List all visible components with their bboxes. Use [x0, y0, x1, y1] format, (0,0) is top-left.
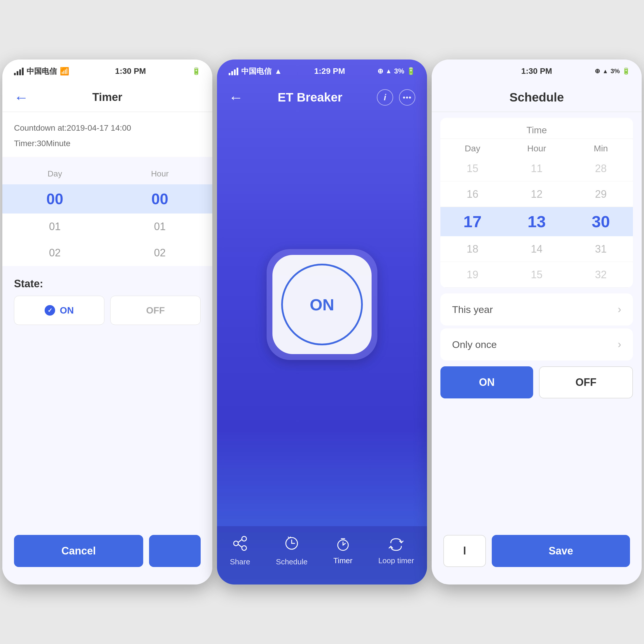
schedule-icon — [284, 536, 299, 554]
schedule-row-2: 17 13 30 — [440, 207, 633, 236]
tab-timer-label: Timer — [333, 556, 352, 565]
picker-cell-hour-2: 02 — [107, 240, 212, 266]
battery-pct-3: 3% — [610, 67, 620, 75]
picker-row-0: 00 00 — [2, 184, 212, 213]
only-once-arrow: › — [618, 338, 621, 351]
status-right-2: ⊕ ▲ 3% 🔋 — [377, 67, 415, 75]
state-off-button[interactable]: OFF — [110, 296, 201, 325]
header-actions: i ••• — [377, 89, 415, 106]
info-button[interactable]: i — [377, 89, 393, 106]
sched-min-4: 32 — [569, 262, 633, 287]
arrow-icon-2: ▲ — [386, 67, 392, 75]
schedule-on-button[interactable]: ON — [440, 366, 533, 398]
schedule-row-3: 18 14 31 — [440, 236, 633, 262]
page-title-2: ET Breaker — [278, 90, 342, 104]
back-button-2[interactable]: ← — [229, 89, 243, 106]
sched-min-3: 31 — [569, 236, 633, 262]
back-button-1[interactable]: ← — [14, 89, 29, 106]
sched-min-2: 30 — [569, 207, 633, 236]
schedule-picker-container[interactable]: Time Day Hour Min 15 11 28 16 12 29 17 1… — [440, 118, 633, 288]
status-bar-1: 中国电信 📶 1:30 PM 🔋 — [2, 59, 212, 83]
state-section: State: ✓ ON OFF — [2, 269, 212, 334]
schedule-row-1: 16 12 29 — [440, 181, 633, 207]
this-year-arrow: › — [618, 303, 621, 316]
schedule-bottom-buttons: l Save — [432, 535, 642, 567]
check-icon: ✓ — [45, 305, 55, 316]
tab-loop-label: Loop timer — [378, 556, 414, 565]
svg-point-1 — [234, 541, 238, 546]
state-on-button[interactable]: ✓ ON — [14, 296, 104, 325]
tab-loop[interactable]: Loop timer — [378, 537, 414, 565]
cancel-button-3[interactable]: l — [443, 535, 486, 567]
sched-hour-4: 15 — [505, 262, 569, 287]
sched-day-2: 17 — [440, 207, 505, 236]
picker-cell-day-2: 02 — [2, 240, 107, 266]
sched-min-0: 28 — [569, 156, 633, 181]
sched-day-1: 16 — [440, 181, 505, 207]
picker-row-1: 01 01 — [2, 213, 212, 240]
tab-share[interactable]: Share — [230, 536, 250, 566]
only-once-option[interactable]: Only once › — [440, 328, 633, 361]
tab-schedule-label: Schedule — [276, 557, 307, 566]
col-header-day: Day — [440, 143, 505, 153]
et-breaker-screen: 中国电信 ▲ 1:29 PM ⊕ ▲ 3% 🔋 ← ET Breaker i •… — [217, 59, 427, 585]
col-header-min: Min — [569, 143, 633, 153]
signal-icon — [14, 67, 24, 75]
breaker-main: ON — [217, 112, 427, 497]
page-title-3: Schedule — [510, 90, 564, 104]
time-1: 1:30 PM — [115, 67, 146, 76]
tab-share-label: Share — [230, 557, 250, 566]
time-2: 1:29 PM — [314, 67, 345, 76]
tab-schedule[interactable]: Schedule — [276, 536, 307, 566]
time-3: 1:30 PM — [521, 67, 552, 76]
svg-point-2 — [242, 546, 246, 550]
arrow-icon-3: ▲ — [602, 68, 608, 75]
this-year-option[interactable]: This year › — [440, 293, 633, 325]
time-picker[interactable]: 00 00 01 01 02 02 — [2, 184, 212, 266]
battery-icon-3: 🔋 — [622, 67, 630, 75]
countdown-info: Countdown at:2019-04-17 14:00 Timer:30Mi… — [2, 112, 212, 157]
col-header-hour: Hour — [505, 143, 569, 153]
tab-timer[interactable]: Timer — [333, 537, 352, 565]
app-wrapper: 中国电信 📶 1:30 PM 🔋 ← Timer Countdown at:20… — [0, 0, 644, 644]
carrier-1: 中国电信 — [27, 66, 57, 76]
status-bar-3: 1:30 PM ⊕ ▲ 3% 🔋 — [432, 59, 642, 83]
sched-hour-1: 12 — [505, 181, 569, 207]
picker-cell-hour-0: 00 — [107, 184, 212, 213]
svg-point-0 — [242, 536, 246, 541]
picker-col-headers: Day Hour Min — [440, 139, 633, 156]
sched-hour-0: 11 — [505, 156, 569, 181]
time-section-label: Time — [440, 118, 633, 139]
et-header: ← ET Breaker i ••• — [217, 83, 427, 112]
schedule-row-4: 19 15 32 — [440, 262, 633, 288]
schedule-state-row: ON OFF — [440, 366, 633, 398]
picker-cell-day-0: 00 — [2, 184, 107, 213]
sched-day-0: 15 — [440, 156, 505, 181]
share-icon — [232, 536, 248, 554]
on-circle: ON — [281, 264, 363, 345]
state-label: State: — [14, 278, 201, 290]
sched-hour-3: 14 — [505, 236, 569, 262]
on-label: ON — [60, 305, 74, 316]
timer-icon — [335, 537, 351, 553]
carrier-2: 中国电信 — [241, 66, 272, 76]
save-button-1[interactable] — [149, 535, 201, 567]
svg-line-4 — [238, 544, 242, 547]
only-once-label: Only once — [452, 339, 497, 350]
picker-cell-day-1: 01 — [2, 213, 107, 240]
wifi-icon-2: ▲ — [274, 67, 282, 76]
schedule-off-button[interactable]: OFF — [539, 366, 633, 398]
status-left-1: 中国电信 📶 — [14, 66, 69, 76]
schedule-screen: 1:30 PM ⊕ ▲ 3% 🔋 Schedule Time Day Hour … — [432, 59, 642, 585]
battery-pct-2: 3% — [394, 67, 404, 75]
cancel-button-1[interactable]: Cancel — [14, 535, 143, 567]
more-button[interactable]: ••• — [399, 89, 415, 106]
on-button-outer[interactable]: ON — [267, 249, 377, 360]
signal-icon-2 — [229, 67, 238, 75]
picker-col-hour: Hour — [107, 166, 212, 181]
svg-line-3 — [238, 540, 242, 543]
battery-1: 🔋 — [192, 67, 201, 75]
save-button-3[interactable]: Save — [492, 535, 630, 567]
location-icon-3: ⊕ — [595, 67, 600, 75]
sched-min-1: 29 — [569, 181, 633, 207]
